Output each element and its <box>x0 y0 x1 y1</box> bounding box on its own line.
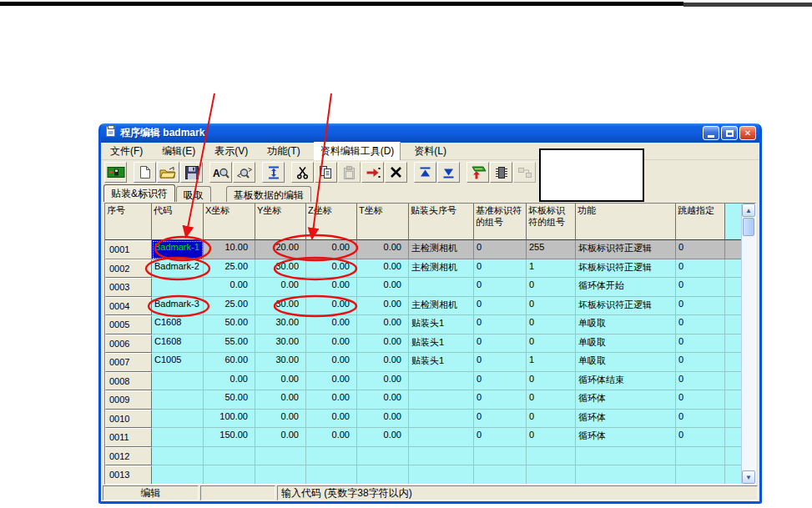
move-up-button[interactable] <box>414 162 436 183</box>
column-header-bad_group[interactable]: 坏板标识符的组号 <box>527 204 576 240</box>
row-header[interactable]: 0009 <box>105 390 152 410</box>
table-cell-fid_group[interactable] <box>474 447 527 466</box>
open-folder-button[interactable] <box>157 162 179 183</box>
table-cell-fid_group[interactable]: 0 <box>474 240 527 259</box>
table-cell-z[interactable]: 0.00 <box>306 410 357 429</box>
tab-1[interactable]: 吸取 <box>176 186 211 202</box>
table-cell-code[interactable]: C1608 <box>152 334 204 354</box>
save-button[interactable] <box>180 162 203 183</box>
column-header-head[interactable]: 贴装头序号 <box>409 204 474 240</box>
table-cell-t[interactable]: 0.00 <box>357 278 409 297</box>
row-header[interactable]: 0008 <box>105 372 152 391</box>
table-cell-func[interactable]: 单吸取 <box>576 353 676 372</box>
row-header[interactable]: 0002 <box>105 259 152 279</box>
table-cell-head[interactable] <box>409 447 474 466</box>
table-cell-bad_group[interactable]: 255 <box>527 240 576 259</box>
table-cell-y[interactable]: 0.00 <box>255 390 306 410</box>
table-cell-bad_group[interactable]: 0 <box>527 410 576 429</box>
menu-item-2[interactable]: 表示(V) <box>209 143 254 160</box>
table-cell-z[interactable] <box>306 447 357 466</box>
row-header[interactable]: 0013 <box>105 465 152 484</box>
table-cell-y[interactable]: 30.00 <box>255 315 306 334</box>
table-cell-func[interactable] <box>576 447 676 466</box>
table-cell-head[interactable]: 主检测相机 <box>409 297 474 316</box>
table-cell-func[interactable]: 循环体 <box>576 428 676 447</box>
table-cell-x[interactable]: 50.00 <box>204 315 255 334</box>
table-cell-code[interactable]: Badmark-3 <box>152 297 204 316</box>
new-file-button[interactable] <box>134 162 156 183</box>
zoom-rotate-button[interactable] <box>233 162 255 183</box>
column-header-func[interactable]: 功能 <box>576 204 676 240</box>
table-cell-z[interactable]: 0.00 <box>306 372 357 391</box>
close-button[interactable]: ✕ <box>739 126 756 140</box>
table-cell-func[interactable]: 坏板标识符正逻辑 <box>576 297 676 316</box>
table-cell-code[interactable]: Badmark-1 <box>152 240 204 259</box>
table-cell-code[interactable]: C1608 <box>152 315 204 334</box>
column-header-z[interactable]: Z坐标 <box>306 204 357 240</box>
row-header[interactable]: 0012 <box>105 447 152 466</box>
table-cell-head[interactable] <box>409 390 474 410</box>
table-cell-func[interactable]: 循环体 <box>576 390 676 410</box>
table-cell-t[interactable]: 0.00 <box>357 372 409 391</box>
row-header[interactable]: 0010 <box>105 410 152 429</box>
table-cell-bad_group[interactable] <box>527 465 576 484</box>
chip-button[interactable] <box>490 162 512 183</box>
column-header-t[interactable]: T坐标 <box>357 204 409 240</box>
table-cell-fid_group[interactable]: 0 <box>474 410 527 429</box>
table-cell-t[interactable]: 0.00 <box>357 428 409 447</box>
scrollbar-track[interactable] <box>742 237 755 470</box>
table-cell-code[interactable]: C1005 <box>152 353 204 372</box>
row-header[interactable]: 0007 <box>105 353 152 372</box>
table-cell-t[interactable]: 0.00 <box>357 297 409 316</box>
table-cell-y[interactable]: 30.00 <box>255 297 306 316</box>
table-cell-func[interactable]: 坏板标识符正逻辑 <box>576 240 676 259</box>
table-cell-head[interactable]: 主检测相机 <box>409 259 474 279</box>
table-cell-z[interactable]: 0.00 <box>306 259 357 279</box>
table-cell-head[interactable]: 贴装头1 <box>409 315 474 334</box>
table-cell-fid_group[interactable]: 0 <box>474 390 527 410</box>
table-cell-head[interactable] <box>409 428 474 447</box>
table-cell-x[interactable]: 0.00 <box>204 278 255 297</box>
table-cell-fid_group[interactable]: 0 <box>474 278 527 297</box>
table-cell-x[interactable]: 0.00 <box>204 372 255 391</box>
vertical-scrollbar[interactable]: ▲ ▼ <box>741 204 755 484</box>
table-cell-bad_group[interactable]: 0 <box>527 278 576 297</box>
scroll-down-button[interactable]: ▼ <box>742 470 755 484</box>
table-cell-skip[interactable]: 0 <box>676 390 725 410</box>
table-cell-t[interactable]: 0.00 <box>357 390 409 410</box>
table-cell-fid_group[interactable]: 0 <box>474 334 527 354</box>
table-cell-skip[interactable] <box>676 447 725 466</box>
table-cell-bad_group[interactable]: 0 <box>527 428 576 447</box>
table-cell-skip[interactable]: 0 <box>676 315 725 334</box>
table-cell-fid_group[interactable]: 0 <box>474 297 527 316</box>
table-cell-x[interactable]: 60.00 <box>204 353 255 372</box>
row-header[interactable]: 0005 <box>105 315 152 334</box>
table-cell-z[interactable]: 0.00 <box>306 240 357 259</box>
table-cell-skip[interactable]: 0 <box>676 297 725 316</box>
table-cell-bad_group[interactable]: 0 <box>527 315 576 334</box>
table-cell-func[interactable]: 循环体开始 <box>576 278 676 297</box>
table-cell-func[interactable]: 循环体结束 <box>576 372 676 391</box>
table-cell-y[interactable]: 20.00 <box>255 240 306 259</box>
table-cell-code[interactable] <box>152 428 204 447</box>
table-cell-skip[interactable]: 0 <box>676 410 725 429</box>
table-cell-head[interactable] <box>409 410 474 429</box>
column-header-x[interactable]: X坐标 <box>204 204 255 240</box>
table-cell-y[interactable]: 0.00 <box>255 428 306 447</box>
table-cell-skip[interactable]: 0 <box>676 353 725 372</box>
table-cell-head[interactable] <box>409 372 474 391</box>
board-up-button[interactable] <box>467 162 489 183</box>
table-cell-func[interactable]: 循环体 <box>576 410 676 429</box>
table-cell-bad_group[interactable]: 0 <box>527 372 576 391</box>
table-cell-z[interactable]: 0.00 <box>306 315 357 334</box>
table-cell-bad_group[interactable] <box>527 447 576 466</box>
table-cell-func[interactable] <box>576 465 676 484</box>
row-header[interactable]: 0003 <box>105 278 152 297</box>
move-down-button[interactable] <box>437 162 460 183</box>
scrollbar-thumb[interactable] <box>743 218 754 236</box>
minimize-button[interactable] <box>703 126 719 140</box>
table-cell-code[interactable] <box>152 390 204 410</box>
table-cell-head[interactable] <box>409 465 474 484</box>
table-cell-head[interactable]: 主检测相机 <box>409 240 474 259</box>
table-cell-y[interactable]: 0.00 <box>255 278 306 297</box>
